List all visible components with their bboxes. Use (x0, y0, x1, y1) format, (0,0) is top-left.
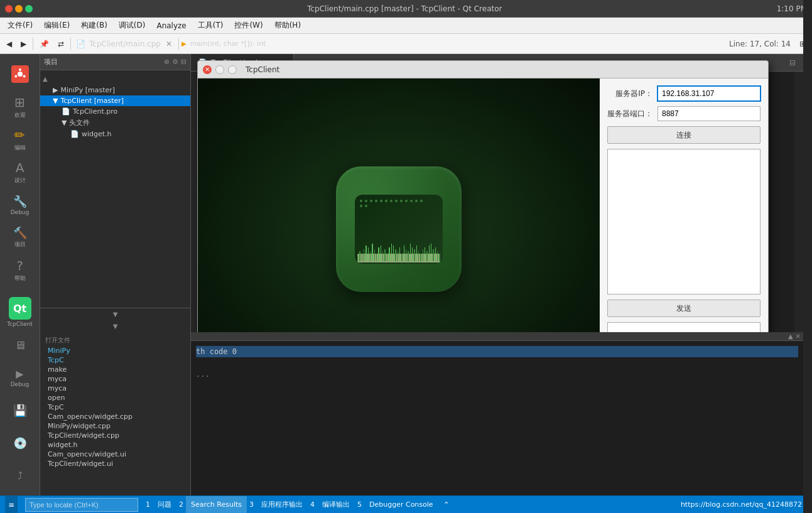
float-max-btn[interactable] (228, 65, 237, 74)
nav-arrow-down[interactable]: ▼ (40, 308, 190, 320)
float-min-btn[interactable] (215, 65, 224, 74)
sync-icon[interactable]: ⊕ (164, 58, 170, 66)
open-file-open[interactable]: open (40, 393, 190, 402)
menu-help[interactable]: 帮助(H) (269, 19, 306, 32)
status-tab-debugger[interactable]: Debugger Console (364, 496, 438, 514)
status-right: https://blog.csdn.net/qq_41248872 (676, 500, 807, 509)
file-item-tcpclient-pro[interactable]: 📄 TcpClient.pro (40, 106, 190, 117)
open-file-minipy[interactable]: MiniPy (40, 346, 190, 355)
server-ip-row: 服务器IP： (607, 86, 761, 101)
editor-scrollbar[interactable] (794, 72, 803, 332)
filter-icon[interactable]: ⚙ (172, 58, 178, 66)
open-file-myca1[interactable]: myca (40, 374, 190, 384)
status-tab-app-output[interactable]: 应用程序输出 (256, 496, 308, 514)
sidebar-project[interactable]: 🔨 项目 (5, 222, 35, 252)
menu-file[interactable]: 文件(F) (3, 19, 38, 32)
sidebar-qt[interactable]: Qt TcpClient (5, 297, 35, 327)
window-close-btn[interactable] (5, 5, 13, 13)
sidebar-welcome[interactable]: ⊞ 欢迎 (5, 92, 35, 122)
open-file-cam-widget-cpp[interactable]: Cam_opencv/widget.cpp (40, 412, 190, 421)
file-item-tcpclient[interactable]: ▼ TcpClient [master] (40, 95, 190, 106)
toolbar-pin-btn[interactable]: 📌 (36, 38, 53, 50)
sidebar-design[interactable]: A 设计 (5, 157, 35, 187)
nav-arrow-up[interactable]: ▲ (40, 73, 190, 85)
sidebar-debug-label: Debug (11, 209, 30, 215)
toolbar-back-btn[interactable]: ◀ (3, 38, 16, 50)
locate-input[interactable] (25, 498, 138, 512)
sidebar-help[interactable]: ? 帮助 (5, 255, 35, 285)
connect-btn[interactable]: 连接 (607, 126, 761, 144)
function-breadcrumb: main(int, char *[]): int (190, 40, 266, 48)
menu-widgets[interactable]: 控件(W) (229, 19, 268, 32)
sidebar-debug2[interactable]: ▶ Debug (5, 362, 35, 392)
status-tab-problems[interactable]: 问题 (153, 496, 176, 514)
file-item-widget-h[interactable]: 📄 widget.h (40, 129, 190, 139)
status-arrow-icon[interactable]: ⌃ (438, 500, 455, 509)
open-file-tcpclient-widget-cpp[interactable]: TcpClient/widget.cpp (40, 431, 190, 440)
file-icon-pro: 📄 (62, 107, 70, 116)
nav-arrow-down2[interactable]: ▼ (40, 320, 190, 332)
send-btn[interactable]: 发送 (607, 300, 761, 317)
sidebar-debug[interactable]: 🔧 Debug (5, 190, 35, 220)
toolbar-forward-btn[interactable]: ▶ (17, 38, 30, 50)
open-file-tcpC[interactable]: TcpC (40, 355, 190, 365)
menu-edit[interactable]: 编辑(E) (39, 19, 75, 32)
sidebar-monitor[interactable]: 🖥 (5, 330, 35, 360)
status-bar: ≡ 1 问题 2 Search Results 3 应用程序输出 4 编译输出 … (0, 495, 812, 513)
output-expand-btn[interactable]: ✕ (796, 333, 801, 340)
open-file-cam-widget-ui[interactable]: Cam_opencv/widget.ui (40, 450, 190, 459)
sidebar-ubuntu[interactable] (5, 59, 35, 89)
menu-tools[interactable]: 工具(T) (193, 19, 229, 32)
receive-textarea[interactable] (607, 149, 761, 294)
app-icon (323, 141, 474, 317)
collapse-all-icon[interactable]: ⊟ (789, 58, 796, 67)
status-tab-compile[interactable]: 编译输出 (317, 496, 355, 514)
file-item-minipy[interactable]: ▶ MiniPy [master] (40, 85, 190, 95)
svg-point-1 (18, 72, 23, 77)
sidebar-arrow[interactable]: ⤴ (5, 460, 35, 490)
toolbar-right: Line: 17, Col: 14 ⊞ (729, 38, 809, 50)
open-file-make[interactable]: make (40, 365, 190, 374)
file-item-headers[interactable]: ▼ 头文件 (40, 117, 190, 129)
window-title: TcpClient/main.cpp [master] - TcpClient … (36, 4, 773, 13)
open-file-tcpC2[interactable]: TcpC (40, 402, 190, 412)
open-file-myca2[interactable]: myca (40, 384, 190, 393)
window-minimize-btn[interactable] (15, 5, 23, 13)
open-file-tcpclient-widget-ui[interactable]: TcpClient/widget.ui (40, 459, 190, 468)
output-collapse-btn[interactable]: ▲ (788, 333, 793, 340)
sidebar-project-label: 项目 (14, 240, 26, 249)
server-port-input[interactable] (658, 106, 761, 121)
server-ip-input[interactable] (658, 86, 761, 101)
pro-label: TcpClient.pro (73, 107, 117, 116)
menu-build[interactable]: 构建(B) (76, 19, 112, 32)
sidebar-edit[interactable]: ✏ 编辑 (5, 124, 35, 154)
output-content: th code 0 ... (191, 341, 803, 495)
sidebar-help-label: 帮助 (14, 274, 26, 283)
output-scrollbar[interactable] (803, 332, 812, 495)
float-close-btn[interactable]: ✕ (203, 65, 212, 74)
tab-number-2: 2 (176, 500, 186, 509)
window-maximize-btn[interactable] (25, 5, 33, 13)
main-area: ⊞ 欢迎 ✏ 编辑 A 设计 🔧 Debug 🔨 项目 ? 帮助 Qt TcpC… (0, 54, 812, 495)
menu-debug[interactable]: 调试(D) (114, 19, 151, 32)
send-textarea[interactable] (607, 322, 761, 332)
breadcrumb-close-btn[interactable]: ✕ (162, 38, 176, 50)
status-menu-btn[interactable]: ≡ (5, 496, 18, 514)
folder-icon: ▶ (53, 86, 58, 94)
status-tab-search[interactable]: Search Results (186, 496, 247, 514)
app-background (198, 78, 600, 332)
output-line-2 (196, 357, 798, 369)
toolbar-sync-btn[interactable]: ⇄ (54, 38, 68, 50)
file-panel-title: 项目 (44, 57, 58, 67)
toolbar: ◀ ▶ 📌 ⇄ 📄 TcpClient/main.cpp ✕ ▶ main(in… (0, 34, 812, 54)
output-line-3: ... (196, 369, 798, 380)
collapse-icon[interactable]: ⊟ (181, 58, 187, 66)
sidebar-debug2-label: Debug (11, 381, 30, 387)
window-controls[interactable] (5, 5, 33, 13)
minipy-label: MiniPy [master] (60, 86, 115, 94)
menu-analyze[interactable]: Analyze (151, 20, 191, 31)
open-file-widget-h[interactable]: widget.h (40, 440, 190, 450)
open-file-minipy-widget-cpp[interactable]: MiniPy/widget.cpp (40, 421, 190, 431)
sidebar-save[interactable]: 💾 (5, 395, 35, 425)
sidebar-disk[interactable]: 💿 (5, 428, 35, 458)
